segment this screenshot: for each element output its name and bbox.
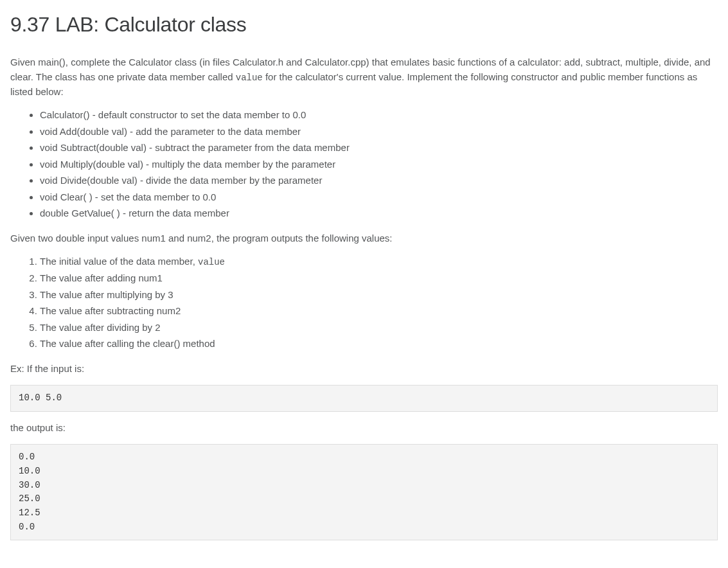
list-item: The initial value of the data member, va… [40, 254, 718, 269]
list-item: void Multiply(double val) - multiply the… [40, 157, 718, 172]
list-item: void Subtract(double val) - subtract the… [40, 141, 718, 155]
page-title: 9.37 LAB: Calculator class [10, 9, 718, 40]
list-item: The value after subtracting num2 [40, 304, 718, 319]
inline-code-value: value [236, 73, 263, 83]
example-output-label: the output is: [10, 421, 718, 436]
list-item: The value after dividing by 2 [40, 321, 718, 335]
list-item: The value after adding num1 [40, 271, 718, 286]
list-item: void Add(double val) - add the parameter… [40, 125, 718, 139]
intro-paragraph: Given main(), complete the Calculator cl… [10, 55, 718, 99]
steps-list: The initial value of the data member, va… [10, 254, 718, 351]
list-item: Calculator() - default constructor to se… [40, 108, 718, 123]
example-input-block: 10.0 5.0 [10, 385, 718, 412]
list-item: The value after multiplying by 3 [40, 288, 718, 303]
example-input-label: Ex: If the input is: [10, 362, 718, 377]
outputs-lead: Given two double input values num1 and n… [10, 231, 718, 246]
list-item: void Clear( ) - set the data member to 0… [40, 190, 718, 205]
step-text: The initial value of the data member, [40, 256, 198, 267]
list-item: double GetValue( ) - return the data mem… [40, 206, 718, 221]
inline-code-value: value [198, 257, 225, 267]
example-output-block: 0.0 10.0 30.0 25.0 12.5 0.0 [10, 444, 718, 540]
function-list: Calculator() - default constructor to se… [10, 108, 718, 221]
list-item: void Divide(double val) - divide the dat… [40, 173, 718, 188]
list-item: The value after calling the clear() meth… [40, 337, 718, 351]
